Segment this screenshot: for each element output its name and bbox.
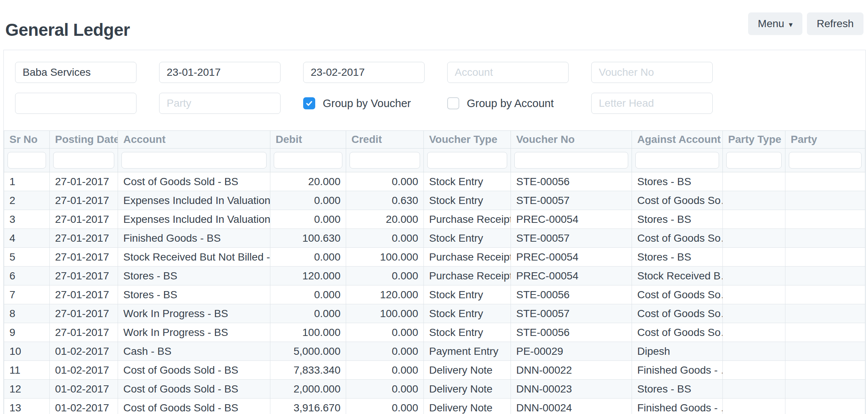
page-header: General Ledger Menu ▾ Refresh (0, 0, 868, 50)
column-header-party_type[interactable]: Party Type (723, 131, 785, 149)
cell-party (785, 267, 865, 285)
cell-credit: 0.000 (346, 399, 424, 414)
company-filter-input[interactable] (15, 62, 136, 83)
cell-credit: 120.000 (346, 285, 424, 304)
column-header-against_account[interactable]: Against Account (632, 131, 723, 149)
cell-account: Work In Progress - BS (118, 304, 270, 323)
cell-sr_no: 4 (4, 229, 50, 248)
cell-credit: 100.000 (346, 304, 424, 323)
voucher-no-filter-input[interactable] (591, 62, 713, 83)
column-filter-input-against_account[interactable] (635, 152, 719, 169)
cell-credit: 0.000 (346, 380, 424, 399)
letter-head-filter-input[interactable] (591, 93, 713, 114)
cell-voucher_no: STE-00056 (511, 172, 632, 191)
cell-sr_no: 11 (4, 361, 50, 380)
column-header-posting_date[interactable]: Posting Date (50, 131, 118, 149)
table-row: 1101-02-2017Cost of Goods Sold - BS7,833… (4, 361, 865, 380)
report-panel: Group by Voucher Group by Account Sr NoP… (3, 50, 866, 414)
cell-party_type (723, 229, 785, 248)
cell-party_type (723, 172, 785, 191)
cell-sr_no: 10 (4, 342, 50, 361)
column-filter-cell-party (785, 149, 865, 172)
cell-party_type (723, 361, 785, 380)
cell-party_type (723, 399, 785, 414)
column-header-credit[interactable]: Credit (346, 131, 424, 149)
account-filter-input[interactable] (447, 62, 569, 83)
cell-sr_no: 5 (4, 248, 50, 267)
cell-debit: 3,916.670 (270, 399, 346, 414)
cell-voucher_type: Delivery Note (424, 361, 511, 380)
cell-party (785, 323, 865, 342)
report-filters: Group by Voucher Group by Account (4, 50, 865, 114)
cell-credit: 0.000 (346, 172, 424, 191)
cell-party (785, 229, 865, 248)
cell-sr_no: 13 (4, 399, 50, 414)
cell-party_type (723, 380, 785, 399)
group-by-voucher-checkbox[interactable] (303, 97, 315, 109)
cell-party (785, 210, 865, 229)
cell-credit: 0.000 (346, 323, 424, 342)
column-header-voucher_type[interactable]: Voucher Type (424, 131, 511, 149)
table-row: 327-01-2017Expenses Included In Valuatio… (4, 210, 865, 229)
cell-account: Expenses Included In Valuation … (118, 191, 270, 210)
group-by-account-label: Group by Account (467, 97, 554, 110)
cell-debit: 0.000 (270, 304, 346, 323)
filter-spacer (735, 93, 857, 114)
cell-sr_no: 1 (4, 172, 50, 191)
cell-party_type (723, 285, 785, 304)
cell-account: Stores - BS (118, 267, 270, 285)
cell-voucher_no: STE-00057 (511, 191, 632, 210)
cell-party_type (723, 191, 785, 210)
cell-credit: 0.000 (346, 342, 424, 361)
extra-filter-input[interactable] (15, 93, 136, 114)
cell-voucher_no: STE-00056 (511, 285, 632, 304)
chevron-down-icon: ▾ (789, 21, 793, 28)
cell-party_type (723, 304, 785, 323)
column-filter-input-debit[interactable] (274, 152, 342, 169)
cell-sr_no: 6 (4, 267, 50, 285)
column-filter-cell-voucher_no (511, 149, 632, 172)
cell-party_type (723, 267, 785, 285)
table-row: 827-01-2017Work In Progress - BS0.000100… (4, 304, 865, 323)
column-header-party[interactable]: Party (785, 131, 865, 149)
column-filter-input-voucher_no[interactable] (514, 152, 628, 169)
refresh-button[interactable]: Refresh (807, 12, 863, 35)
cell-voucher_no: DNN-00024 (511, 399, 632, 414)
cell-account: Cost of Goods Sold - BS (118, 172, 270, 191)
column-filter-input-voucher_type[interactable] (427, 152, 507, 169)
cell-sr_no: 12 (4, 380, 50, 399)
cell-against_account: Stock Received B… (632, 267, 723, 285)
cell-voucher_type: Stock Entry (424, 172, 511, 191)
to-date-filter-input[interactable] (303, 62, 425, 83)
column-header-debit[interactable]: Debit (270, 131, 346, 149)
column-filter-input-party[interactable] (789, 152, 862, 169)
column-filter-cell-voucher_type (424, 149, 511, 172)
cell-party (785, 342, 865, 361)
menu-button[interactable]: Menu ▾ (748, 12, 802, 35)
page-title: General Ledger (5, 20, 130, 40)
cell-voucher_type: Purchase Receipt (424, 248, 511, 267)
cell-account: Cost of Goods Sold - BS (118, 399, 270, 414)
cell-debit: 5,000.000 (270, 342, 346, 361)
group-by-account-checkbox[interactable] (447, 97, 459, 109)
cell-against_account: Cost of Goods So… (632, 191, 723, 210)
column-header-sr_no[interactable]: Sr No (4, 131, 50, 149)
column-header-account[interactable]: Account (118, 131, 270, 149)
cell-party_type (723, 248, 785, 267)
column-filter-input-posting_date[interactable] (53, 152, 114, 169)
check-icon (305, 100, 313, 107)
cell-voucher_type: Purchase Receipt (424, 267, 511, 285)
column-header-voucher_no[interactable]: Voucher No (511, 131, 632, 149)
from-date-filter-input[interactable] (159, 62, 281, 83)
cell-voucher_type: Stock Entry (424, 304, 511, 323)
cell-party (785, 399, 865, 414)
column-filter-input-sr_no[interactable] (8, 152, 46, 169)
party-filter-input[interactable] (159, 93, 281, 114)
column-filter-input-party_type[interactable] (726, 152, 782, 169)
cell-against_account: Stores - BS (632, 248, 723, 267)
cell-account: Stores - BS (118, 285, 270, 304)
column-filter-input-credit[interactable] (350, 152, 420, 169)
column-filter-input-account[interactable] (121, 152, 267, 169)
column-filter-cell-against_account (632, 149, 723, 172)
cell-sr_no: 9 (4, 323, 50, 342)
